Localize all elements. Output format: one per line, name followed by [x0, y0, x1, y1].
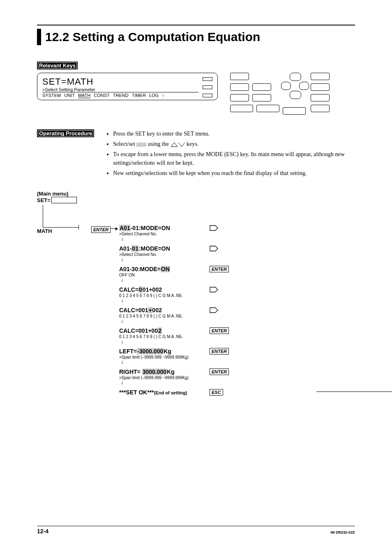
- dpad-right-button[interactable]: [299, 82, 309, 90]
- down-arrow-icon: ↓: [121, 237, 296, 240]
- set-label: SET=: [37, 197, 77, 203]
- lcd-panel: SET=MATH >Select Setting Parameter SYSTE…: [37, 73, 218, 100]
- step-subtitle: >Span limit (–9999.999 ~9999.999Kg): [119, 375, 296, 380]
- right-arrow-icon: [210, 307, 219, 313]
- relevant-keys-heading: Relevant Keys: [37, 62, 78, 69]
- keypad-button[interactable]: [230, 94, 249, 101]
- down-arrow-icon: ↓: [121, 319, 296, 322]
- updown-icon: [170, 141, 185, 147]
- enter-key-icon: ENTER: [210, 266, 229, 272]
- enter-key-icon: ENTER: [210, 348, 229, 355]
- dpad: [283, 73, 307, 101]
- dpad-up-button[interactable]: [290, 73, 301, 81]
- dpad-down-button[interactable]: [290, 91, 301, 99]
- down-arrow-icon: ↓: [121, 360, 296, 364]
- operating-procedure-heading: Operating Procedure: [37, 129, 94, 137]
- lcd-title: SET=MATH: [42, 76, 198, 87]
- operating-procedure-text: Press the SET key to enter the SET menu.…: [106, 129, 355, 179]
- main-menu-label: (Main menu): [37, 191, 355, 197]
- step-title: LEFT=-3000.000Kg: [119, 348, 296, 355]
- dpad-left-button[interactable]: [281, 82, 291, 90]
- step-title: CALC=001+002: [119, 327, 296, 334]
- keypad-button[interactable]: [283, 107, 306, 115]
- keypad: [230, 73, 330, 115]
- step-title: A01-30:MODE=ON: [119, 266, 296, 272]
- step-subtitle: >Select Channel No.: [119, 252, 296, 257]
- down-arrow-icon: ↓: [121, 258, 296, 261]
- right-arrow-icon: [210, 245, 219, 252]
- step-title: ***SET OK***(End of setting): [119, 389, 296, 396]
- lcd-subtitle: >Select Setting Parameter: [42, 87, 198, 92]
- keypad-button[interactable]: [311, 73, 330, 80]
- down-arrow-icon: ↓: [121, 278, 296, 281]
- math-node: MATH: [37, 228, 52, 234]
- keypad-button[interactable]: [252, 94, 271, 101]
- step-subtitle: 0 1 2 3 4 5 6 7 8 9 ( ) C G M A .NE.: [119, 293, 296, 298]
- keypad-button[interactable]: [311, 105, 330, 112]
- enter-key-icon: ENTER: [91, 226, 111, 233]
- step-subtitle: 0 1 2 3 4 5 6 7 8 9 ( ) C G M A .NE.: [119, 314, 296, 318]
- keypad-button[interactable]: [311, 94, 330, 101]
- keypad-button[interactable]: [230, 73, 249, 80]
- keypad-button[interactable]: [256, 105, 279, 112]
- down-arrow-icon: ↓: [121, 381, 296, 384]
- right-arrow-icon: [210, 286, 219, 293]
- keypad-button[interactable]: [230, 83, 249, 91]
- enter-key-icon: ENTER: [210, 327, 229, 334]
- section-title: 12.2 Setting a Computation Equation: [37, 29, 355, 45]
- step-subtitle: >Select Channel No.: [119, 232, 296, 236]
- enter-key-icon: ENTER: [210, 368, 229, 375]
- step-subtitle: >Span limit (–9999.999 ~9999.999Kg): [119, 355, 296, 359]
- right-arrow-icon: [210, 225, 219, 231]
- step-title: A01-01:MODE=ON: [119, 245, 296, 252]
- lcd-softkeys: [203, 76, 212, 98]
- keypad-button[interactable]: [230, 105, 253, 112]
- lcd-menu: SYSTEM UNIT MATH CONST TREND TIMER LOG ↑: [42, 92, 198, 98]
- page-footer: 12-4 IM DR232-01E: [37, 526, 355, 534]
- step-title: CALC=001+002: [119, 286, 296, 293]
- step-subtitle: 0 1 2 3 4 5 6 7 8 9 ( ) C G M A .NE.: [119, 334, 296, 339]
- step-title: A01-01:MODE=ON: [119, 225, 296, 231]
- keypad-button[interactable]: [252, 83, 271, 91]
- step-title: RIGHT= 3000.000Kg: [119, 368, 296, 375]
- step-title: CALC=001+002: [119, 307, 296, 313]
- step-subtitle: OFF ON: [119, 273, 296, 277]
- keypad-button[interactable]: [311, 83, 330, 91]
- down-arrow-icon: ↓: [121, 299, 296, 302]
- esc-key-icon: ESC: [210, 389, 223, 396]
- cursor-icon: [136, 143, 146, 147]
- down-arrow-icon: ↓: [121, 340, 296, 343]
